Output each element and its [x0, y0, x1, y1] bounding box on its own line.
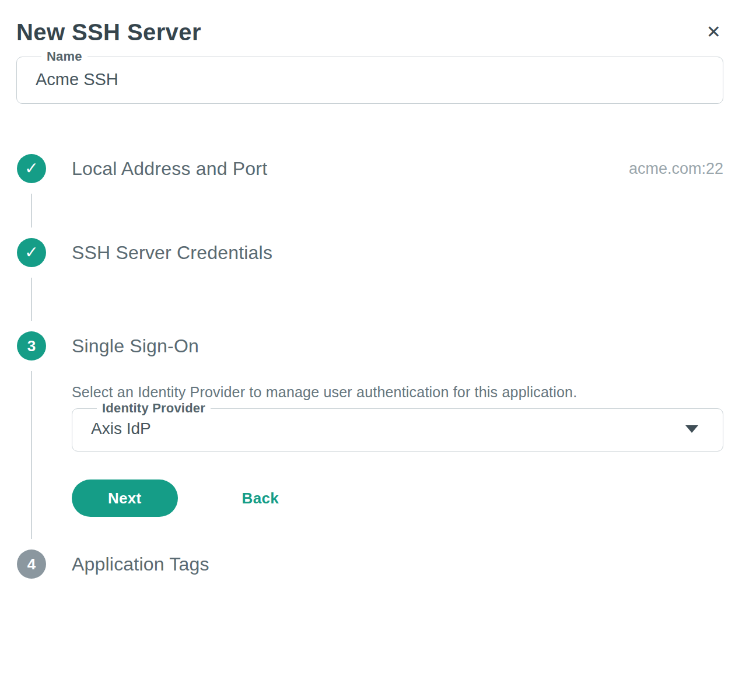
next-button[interactable]: Next	[72, 480, 178, 517]
step-4-number: 4	[27, 555, 36, 573]
step-actions: Next Back	[72, 480, 723, 517]
new-ssh-server-modal: New SSH Server ✕ Name ✓ Local Address an…	[0, 0, 749, 700]
step-application-tags: 4 Application Tags	[16, 550, 723, 579]
step-connector	[31, 371, 32, 539]
identity-provider-value: Axis IdP	[91, 419, 685, 438]
close-button[interactable]: ✕	[702, 15, 723, 46]
chevron-down-icon	[685, 425, 698, 433]
step-4-upcoming-indicator: 4	[17, 550, 46, 579]
check-icon: ✓	[24, 159, 38, 178]
back-button[interactable]: Back	[242, 489, 279, 508]
step-1-label: Local Address and Port	[72, 158, 267, 180]
step-1-complete-indicator: ✓	[17, 154, 46, 183]
step-4-rail: 4	[16, 550, 47, 579]
step-connector	[31, 278, 32, 321]
name-field-label: Name	[41, 49, 88, 64]
sso-description: Select an Identity Provider to manage us…	[72, 384, 723, 401]
step-1-rail: ✓	[16, 154, 47, 238]
identity-provider-label: Identity Provider	[97, 401, 211, 416]
step-3-rail: 3	[16, 331, 47, 550]
check-icon: ✓	[24, 243, 38, 262]
step-2-rail: ✓	[16, 238, 47, 331]
name-input[interactable]	[32, 64, 708, 101]
page-title: New SSH Server	[16, 15, 201, 49]
step-4-label: Application Tags	[72, 554, 209, 575]
step-single-sign-on: 3 Single Sign-On Select an Identity Prov…	[16, 331, 723, 550]
identity-provider-field: Identity Provider Axis IdP	[72, 401, 723, 452]
step-1-value: acme.com:22	[629, 160, 723, 178]
close-icon: ✕	[706, 22, 721, 41]
step-2-label: SSH Server Credentials	[72, 242, 272, 264]
step-ssh-server-credentials: ✓ SSH Server Credentials	[16, 238, 723, 331]
step-local-address-and-port: ✓ Local Address and Port acme.com:22	[16, 154, 723, 238]
modal-header: New SSH Server ✕	[16, 15, 723, 49]
identity-provider-select[interactable]: Axis IdP	[88, 416, 708, 449]
step-2-complete-indicator: ✓	[17, 238, 46, 267]
step-3-label: Single Sign-On	[72, 335, 199, 357]
step-3-active-indicator: 3	[17, 331, 46, 360]
step-3-number: 3	[27, 337, 36, 355]
step-connector	[31, 194, 32, 228]
name-field: Name	[16, 49, 723, 104]
wizard-steps: ✓ Local Address and Port acme.com:22 ✓	[16, 154, 723, 579]
